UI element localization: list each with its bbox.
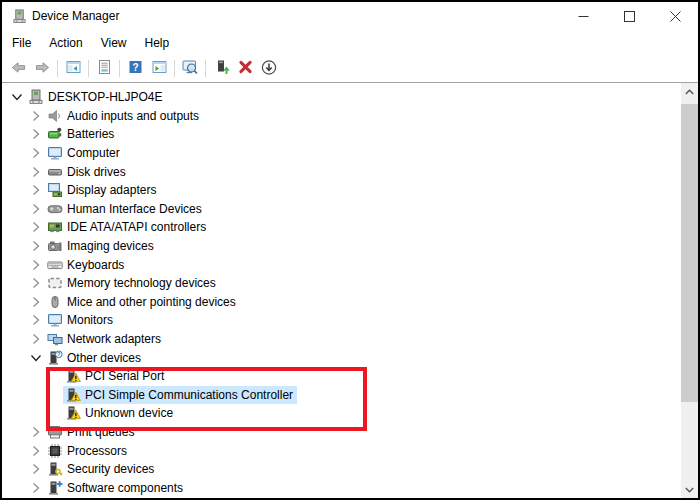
tree-item-content[interactable]: Audio inputs and outputs — [45, 107, 203, 125]
tree-item-desktop-hljpo4e[interactable]: DESKTOP-HLJPO4E — [2, 88, 681, 107]
tree-item-label: Mice and other pointing devices — [67, 295, 236, 309]
tree-item-ide-ata-atapi-controllers[interactable]: IDE ATA/ATAPI controllers — [2, 218, 681, 237]
menu-help[interactable]: Help — [136, 32, 179, 54]
tree-item-computer[interactable]: Computer — [2, 144, 681, 163]
scroll-up-arrow — [685, 89, 694, 95]
tree-item-imaging-devices[interactable]: Imaging devices — [2, 237, 681, 256]
tree-item-content[interactable]: DESKTOP-HLJPO4E — [26, 88, 166, 106]
tree-item-content[interactable]: Mice and other pointing devices — [45, 293, 240, 311]
chevron-down-icon[interactable] — [7, 89, 26, 105]
chevron-right-icon[interactable] — [26, 480, 45, 496]
chevron-right-icon[interactable] — [26, 275, 45, 291]
chevron-down-icon[interactable] — [26, 350, 45, 366]
chevron-right-icon[interactable] — [26, 443, 45, 459]
uninstall-device-button[interactable] — [233, 57, 257, 81]
maximize-button[interactable] — [606, 2, 652, 30]
tree-item-label: Audio inputs and outputs — [67, 109, 199, 123]
tree-item-content[interactable]: Network adapters — [45, 330, 165, 348]
help-button[interactable]: ? — [123, 57, 147, 81]
tree-item-content[interactable]: Display adapters — [45, 181, 160, 199]
disable-device-button[interactable] — [257, 57, 281, 81]
menu-view[interactable]: View — [92, 32, 136, 54]
scroll-down-button[interactable] — [681, 481, 698, 498]
forward-button[interactable] — [30, 57, 54, 81]
tree-item-content[interactable]: Security devices — [45, 460, 158, 478]
chevron-right-icon[interactable] — [26, 182, 45, 198]
menu-action[interactable]: Action — [40, 32, 91, 54]
chevron-spacer — [44, 405, 63, 421]
tree-item-content[interactable]: Software components — [45, 479, 187, 497]
scan-for-hardware-changes-button[interactable] — [178, 57, 202, 81]
console-tree-icon — [65, 59, 82, 78]
chevron-right-icon[interactable] — [26, 238, 45, 254]
tree-item-keyboards[interactable]: Keyboards — [2, 255, 681, 274]
tree-item-memory-technology-devices[interactable]: Memory technology devices — [2, 274, 681, 293]
tree-item-label: Monitors — [67, 313, 113, 327]
tree-item-content[interactable]: ?Other devices — [45, 349, 145, 367]
chevron-right-icon[interactable] — [26, 331, 45, 347]
chevron-right-icon[interactable] — [26, 257, 45, 273]
properties-button[interactable] — [92, 57, 116, 81]
tree-item-label: Batteries — [67, 127, 114, 141]
tree-item-batteries[interactable]: Batteries — [2, 125, 681, 144]
tree-item-software-components[interactable]: Software components — [2, 478, 681, 497]
tree-item-content[interactable]: PCI Serial Port — [63, 367, 168, 385]
chevron-right-icon[interactable] — [26, 164, 45, 180]
tree-item-content[interactable]: Disk drives — [45, 163, 130, 181]
update-driver-button[interactable] — [209, 57, 233, 81]
chevron-right-icon[interactable] — [26, 219, 45, 235]
tree-item-print-queues[interactable]: Print queues — [2, 423, 681, 442]
close-button[interactable] — [652, 2, 698, 30]
chevron-right-icon[interactable] — [26, 108, 45, 124]
tree-item-unknown-device[interactable]: Unknown device — [2, 404, 681, 423]
tree-item-content[interactable]: Human Interface Devices — [45, 200, 206, 218]
chevron-right-icon[interactable] — [26, 461, 45, 477]
tree-item-content[interactable]: Imaging devices — [45, 237, 158, 255]
tree-item-display-adapters[interactable]: Display adapters — [2, 181, 681, 200]
chevron-right-icon[interactable] — [26, 126, 45, 142]
tree-item-content[interactable]: IDE ATA/ATAPI controllers — [45, 218, 210, 236]
tree-item-content[interactable]: Memory technology devices — [45, 274, 220, 292]
tree-item-audio-inputs-and-outputs[interactable]: Audio inputs and outputs — [2, 107, 681, 126]
device-manager-icon — [11, 8, 27, 24]
chevron-right-icon[interactable] — [26, 201, 45, 217]
tree-item-processors[interactable]: Processors — [2, 441, 681, 460]
tree-item-network-adapters[interactable]: Network adapters — [2, 330, 681, 349]
svg-text:?: ? — [57, 351, 61, 357]
chevron-right-icon[interactable] — [26, 145, 45, 161]
tree-item-content[interactable]: Batteries — [45, 125, 118, 143]
tree-item-label: Computer — [67, 146, 120, 160]
toolbar: ? — [2, 55, 698, 83]
tree-item-content[interactable]: PCI Simple Communications Controller — [63, 386, 297, 404]
tree-item-content[interactable]: Unknown device — [63, 404, 177, 422]
minimize-button[interactable] — [560, 2, 606, 30]
tree-item-content[interactable]: Monitors — [45, 311, 117, 329]
menu-file[interactable]: File — [3, 32, 40, 54]
tree-item-content[interactable]: Print queues — [45, 423, 138, 441]
tree-item-human-interface-devices[interactable]: Human Interface Devices — [2, 200, 681, 219]
tree-item-pci-simple-communications-controller[interactable]: PCI Simple Communications Controller — [2, 386, 681, 405]
scrollbar-thumb[interactable] — [681, 104, 698, 402]
chevron-right-icon[interactable] — [26, 294, 45, 310]
tree-item-security-devices[interactable]: Security devices — [2, 460, 681, 479]
tree-item-content[interactable]: Computer — [45, 144, 124, 162]
display-adapter-icon — [46, 182, 63, 198]
tree-item-disk-drives[interactable]: Disk drives — [2, 162, 681, 181]
tree-item-other-devices[interactable]: ?Other devices — [2, 348, 681, 367]
tree-item-content[interactable]: Processors — [45, 442, 131, 460]
speaker-icon — [46, 108, 63, 124]
tree-item-monitors[interactable]: Monitors — [2, 311, 681, 330]
back-button[interactable] — [6, 57, 30, 81]
disk-icon — [46, 164, 63, 180]
chevron-right-icon[interactable] — [26, 312, 45, 328]
minimize-icon — [578, 11, 589, 22]
show-console-tree-button[interactable] — [61, 57, 85, 81]
tree-item-mice-and-other-pointing-devices[interactable]: Mice and other pointing devices — [2, 293, 681, 312]
vertical-scrollbar[interactable] — [681, 83, 698, 498]
show-action-pane-button[interactable] — [147, 57, 171, 81]
tree-item-pci-serial-port[interactable]: PCI Serial Port — [2, 367, 681, 386]
scroll-up-button[interactable] — [681, 83, 698, 100]
tree-item-content[interactable]: Keyboards — [45, 256, 128, 274]
chevron-right-icon[interactable] — [26, 424, 45, 440]
window-controls — [560, 2, 698, 30]
